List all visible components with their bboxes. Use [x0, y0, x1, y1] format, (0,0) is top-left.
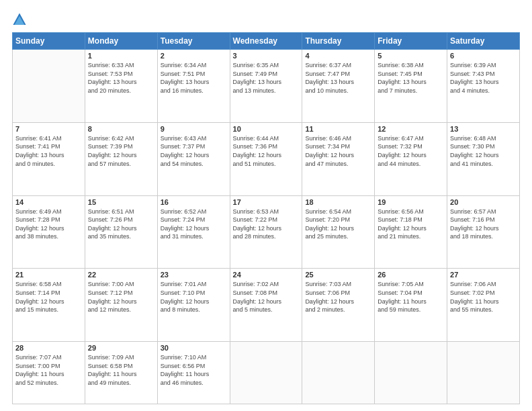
day-info: Sunrise: 6:38 AM Sunset: 7:45 PM Dayligh… [378, 61, 444, 95]
calendar-cell: 4Sunrise: 6:37 AM Sunset: 7:47 PM Daylig… [302, 50, 375, 123]
calendar-cell: 11Sunrise: 6:46 AM Sunset: 7:34 PM Dayli… [302, 122, 375, 195]
calendar-week-row: 7Sunrise: 6:41 AM Sunset: 7:41 PM Daylig… [13, 122, 520, 195]
calendar-cell: 18Sunrise: 6:54 AM Sunset: 7:20 PM Dayli… [302, 195, 375, 269]
day-info: Sunrise: 6:49 AM Sunset: 7:28 PM Dayligh… [15, 208, 82, 241]
day-number: 28 [15, 344, 82, 352]
calendar-cell: 1Sunrise: 6:33 AM Sunset: 7:53 PM Daylig… [85, 50, 157, 123]
calendar-cell: 13Sunrise: 6:48 AM Sunset: 7:30 PM Dayli… [447, 122, 520, 195]
day-info: Sunrise: 6:53 AM Sunset: 7:22 PM Dayligh… [233, 208, 300, 241]
calendar-cell: 22Sunrise: 7:00 AM Sunset: 7:12 PM Dayli… [85, 269, 157, 342]
day-number: 3 [233, 52, 300, 60]
day-number: 18 [305, 198, 371, 206]
day-number: 21 [15, 271, 82, 279]
calendar-table: SundayMondayTuesdayWednesdayThursdayFrid… [12, 32, 520, 404]
day-number: 23 [161, 271, 227, 279]
day-info: Sunrise: 6:57 AM Sunset: 7:16 PM Dayligh… [450, 208, 517, 241]
calendar-cell [230, 342, 302, 404]
calendar-header-wednesday: Wednesday [230, 33, 302, 50]
calendar-cell: 15Sunrise: 6:51 AM Sunset: 7:26 PM Dayli… [85, 195, 157, 269]
calendar-header-sunday: Sunday [13, 33, 85, 50]
calendar-cell: 6Sunrise: 6:39 AM Sunset: 7:43 PM Daylig… [447, 50, 520, 123]
calendar-cell: 16Sunrise: 6:52 AM Sunset: 7:24 PM Dayli… [157, 195, 230, 269]
day-info: Sunrise: 6:39 AM Sunset: 7:43 PM Dayligh… [450, 61, 517, 95]
header [12, 12, 520, 27]
day-info: Sunrise: 6:37 AM Sunset: 7:47 PM Dayligh… [305, 61, 371, 95]
day-number: 14 [15, 198, 82, 206]
day-number: 1 [88, 52, 154, 60]
day-info: Sunrise: 7:07 AM Sunset: 7:00 PM Dayligh… [15, 353, 82, 387]
day-number: 22 [88, 271, 154, 279]
calendar-header-thursday: Thursday [302, 33, 375, 50]
calendar-cell: 28Sunrise: 7:07 AM Sunset: 7:00 PM Dayli… [13, 342, 85, 404]
calendar-cell: 23Sunrise: 7:01 AM Sunset: 7:10 PM Dayli… [157, 269, 230, 342]
day-info: Sunrise: 7:01 AM Sunset: 7:10 PM Dayligh… [161, 280, 227, 314]
calendar-cell: 8Sunrise: 6:42 AM Sunset: 7:39 PM Daylig… [85, 122, 157, 195]
calendar-cell: 26Sunrise: 7:05 AM Sunset: 7:04 PM Dayli… [375, 269, 447, 342]
calendar-cell: 7Sunrise: 6:41 AM Sunset: 7:41 PM Daylig… [13, 122, 85, 195]
day-number: 27 [450, 271, 517, 279]
calendar-cell: 14Sunrise: 6:49 AM Sunset: 7:28 PM Dayli… [13, 195, 85, 269]
logo [12, 12, 30, 27]
day-number: 6 [450, 52, 517, 60]
day-info: Sunrise: 6:43 AM Sunset: 7:37 PM Dayligh… [161, 134, 227, 168]
day-info: Sunrise: 6:33 AM Sunset: 7:53 PM Dayligh… [88, 61, 154, 95]
calendar-cell: 2Sunrise: 6:34 AM Sunset: 7:51 PM Daylig… [157, 50, 230, 123]
calendar-cell: 12Sunrise: 6:47 AM Sunset: 7:32 PM Dayli… [375, 122, 447, 195]
calendar-header-row: SundayMondayTuesdayWednesdayThursdayFrid… [13, 33, 520, 50]
logo-icon [12, 12, 27, 27]
day-info: Sunrise: 7:05 AM Sunset: 7:04 PM Dayligh… [378, 280, 444, 314]
day-info: Sunrise: 6:46 AM Sunset: 7:34 PM Dayligh… [305, 134, 371, 168]
day-number: 12 [378, 125, 444, 133]
day-number: 24 [233, 271, 300, 279]
day-number: 8 [88, 125, 154, 133]
day-number: 16 [161, 198, 227, 206]
day-number: 11 [305, 125, 371, 133]
day-number: 13 [450, 125, 517, 133]
day-number: 26 [378, 271, 444, 279]
day-info: Sunrise: 6:54 AM Sunset: 7:20 PM Dayligh… [305, 208, 371, 241]
calendar-header-monday: Monday [85, 33, 157, 50]
day-number: 30 [161, 344, 227, 352]
calendar-cell: 17Sunrise: 6:53 AM Sunset: 7:22 PM Dayli… [230, 195, 302, 269]
day-info: Sunrise: 6:34 AM Sunset: 7:51 PM Dayligh… [161, 61, 227, 95]
calendar-cell [375, 342, 447, 404]
day-info: Sunrise: 6:51 AM Sunset: 7:26 PM Dayligh… [88, 208, 154, 241]
day-info: Sunrise: 7:02 AM Sunset: 7:08 PM Dayligh… [233, 280, 300, 314]
calendar-cell [447, 342, 520, 404]
day-info: Sunrise: 6:47 AM Sunset: 7:32 PM Dayligh… [378, 134, 444, 168]
calendar-cell: 3Sunrise: 6:35 AM Sunset: 7:49 PM Daylig… [230, 50, 302, 123]
calendar-week-row: 14Sunrise: 6:49 AM Sunset: 7:28 PM Dayli… [13, 195, 520, 269]
calendar-cell: 9Sunrise: 6:43 AM Sunset: 7:37 PM Daylig… [157, 122, 230, 195]
day-number: 19 [378, 198, 444, 206]
calendar-header-friday: Friday [375, 33, 447, 50]
day-number: 20 [450, 198, 517, 206]
calendar-cell: 25Sunrise: 7:03 AM Sunset: 7:06 PM Dayli… [302, 269, 375, 342]
day-info: Sunrise: 6:35 AM Sunset: 7:49 PM Dayligh… [233, 61, 300, 95]
day-info: Sunrise: 7:00 AM Sunset: 7:12 PM Dayligh… [88, 280, 154, 314]
calendar-cell: 10Sunrise: 6:44 AM Sunset: 7:36 PM Dayli… [230, 122, 302, 195]
calendar-cell: 24Sunrise: 7:02 AM Sunset: 7:08 PM Dayli… [230, 269, 302, 342]
day-number: 10 [233, 125, 300, 133]
calendar-cell [13, 50, 85, 123]
calendar-cell: 19Sunrise: 6:56 AM Sunset: 7:18 PM Dayli… [375, 195, 447, 269]
day-info: Sunrise: 6:41 AM Sunset: 7:41 PM Dayligh… [15, 134, 82, 168]
day-info: Sunrise: 6:56 AM Sunset: 7:18 PM Dayligh… [378, 208, 444, 241]
calendar-cell: 29Sunrise: 7:09 AM Sunset: 6:58 PM Dayli… [85, 342, 157, 404]
calendar-week-row: 21Sunrise: 6:58 AM Sunset: 7:14 PM Dayli… [13, 269, 520, 342]
day-info: Sunrise: 7:09 AM Sunset: 6:58 PM Dayligh… [88, 353, 154, 387]
calendar-week-row: 28Sunrise: 7:07 AM Sunset: 7:00 PM Dayli… [13, 342, 520, 404]
calendar-cell: 30Sunrise: 7:10 AM Sunset: 6:56 PM Dayli… [157, 342, 230, 404]
day-info: Sunrise: 6:44 AM Sunset: 7:36 PM Dayligh… [233, 134, 300, 168]
calendar-cell [302, 342, 375, 404]
calendar-week-row: 1Sunrise: 6:33 AM Sunset: 7:53 PM Daylig… [13, 50, 520, 123]
day-info: Sunrise: 7:06 AM Sunset: 7:02 PM Dayligh… [450, 280, 517, 314]
calendar-cell: 20Sunrise: 6:57 AM Sunset: 7:16 PM Dayli… [447, 195, 520, 269]
calendar-cell: 5Sunrise: 6:38 AM Sunset: 7:45 PM Daylig… [375, 50, 447, 123]
page: SundayMondayTuesdayWednesdayThursdayFrid… [0, 0, 532, 411]
day-info: Sunrise: 7:03 AM Sunset: 7:06 PM Dayligh… [305, 280, 371, 314]
day-number: 29 [88, 344, 154, 352]
day-info: Sunrise: 6:52 AM Sunset: 7:24 PM Dayligh… [161, 208, 227, 241]
day-number: 15 [88, 198, 154, 206]
day-info: Sunrise: 6:58 AM Sunset: 7:14 PM Dayligh… [15, 280, 82, 314]
calendar-cell: 21Sunrise: 6:58 AM Sunset: 7:14 PM Dayli… [13, 269, 85, 342]
